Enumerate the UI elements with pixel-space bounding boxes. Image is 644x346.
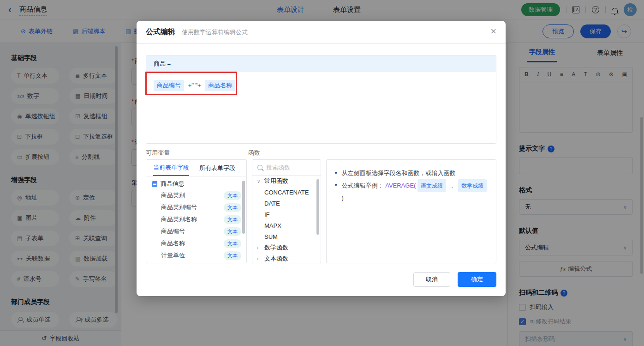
close-icon[interactable]: × xyxy=(490,26,496,36)
variable-row[interactable]: 商品类别名称文本 xyxy=(146,213,246,225)
formula-target: 商品 = xyxy=(146,55,496,72)
type-badge: 文本 xyxy=(224,251,241,260)
function-item[interactable]: CONCATENATE xyxy=(252,187,321,198)
functions-label: 函数 xyxy=(248,149,260,157)
variables-scrollbar[interactable] xyxy=(242,181,245,234)
chevron-down-icon: ∨ xyxy=(257,179,262,184)
example-field-chip: 语文成绩 xyxy=(417,179,446,192)
form-doc-icon xyxy=(152,181,157,187)
formula-editor: 商品 = 商品编号 +" "+ 商品名称 xyxy=(146,55,496,144)
function-item[interactable]: IF xyxy=(252,209,321,220)
type-badge: 文本 xyxy=(224,263,241,264)
function-search xyxy=(252,160,321,176)
function-search-input[interactable] xyxy=(266,164,312,171)
tab-all-form-fields[interactable]: 所有表单字段 xyxy=(199,160,235,176)
chevron-right-icon: › xyxy=(257,256,262,261)
variable-row[interactable]: 商品编号文本 xyxy=(146,225,246,237)
hints-panel: • 从左侧面板选择字段名和函数，或输入函数 • 公式编辑举例： AVERAGE(… xyxy=(326,159,496,263)
variable-row[interactable]: 商品类别文本 xyxy=(146,189,246,201)
functions-panel: ∨ 常用函数 CONCATENATE DATE IF MAPX SUM › 数学… xyxy=(252,159,321,263)
function-item[interactable]: MAPX xyxy=(252,220,321,231)
confirm-button[interactable]: 确定 xyxy=(458,272,496,287)
formula-field-chip[interactable]: 商品编号 xyxy=(154,80,184,91)
type-badge: 文本 xyxy=(224,191,241,200)
search-icon xyxy=(257,165,262,170)
page: ‹ 商品信息 表单设计 表单设置 数据管理 ? 检 ⊘ 表单外链 ▨ 后端脚本 xyxy=(0,0,644,346)
variables-panel: 当前表单字段 所有表单字段 商品信息 商品类别文本 商品类别编号文本 商品类别名… xyxy=(146,159,247,263)
variable-row[interactable]: 文本 xyxy=(146,261,246,263)
formula-edit-modal: 公式编辑 使用数学运算符编辑公式 × 商品 = 商品编号 +" "+ 商品名称 … xyxy=(137,21,506,296)
type-badge: 文本 xyxy=(224,203,241,212)
modal-subtitle: 使用数学运算符编辑公式 xyxy=(182,28,248,36)
formula-input-area[interactable]: 商品编号 +" "+ 商品名称 xyxy=(146,72,496,99)
modal-header: 公式编辑 使用数学运算符编辑公式 × xyxy=(137,21,506,44)
formula-field-chip[interactable]: 商品名称 xyxy=(205,80,235,91)
function-item[interactable]: DATE xyxy=(252,198,321,209)
tab-current-form-fields[interactable]: 当前表单字段 xyxy=(153,160,189,176)
hint-line-2: • 公式编辑举例： AVERAGE( 语文成绩 ， 数学成绩 ) xyxy=(335,179,488,204)
formula-operator[interactable]: +" "+ xyxy=(188,82,201,89)
variables-label: 可用变量 xyxy=(146,149,170,157)
cancel-button[interactable]: 取消 xyxy=(413,272,450,287)
function-item[interactable]: SUM xyxy=(252,231,321,242)
variables-root-node[interactable]: 商品信息 xyxy=(146,176,246,189)
variable-row[interactable]: 商品类别编号文本 xyxy=(146,201,246,213)
function-group-common[interactable]: ∨ 常用函数 xyxy=(252,176,321,187)
hint-line-1: • 从左侧面板选择字段名和函数，或输入函数 xyxy=(335,167,488,179)
type-badge: 文本 xyxy=(224,215,241,224)
example-field-chip: 数学成绩 xyxy=(458,179,487,192)
example-function-name: AVERAGE( xyxy=(385,182,416,189)
function-group-math[interactable]: › 数学函数 xyxy=(252,242,321,253)
type-badge: 文本 xyxy=(224,239,241,248)
function-group-text[interactable]: › 文本函数 xyxy=(252,253,321,263)
chevron-right-icon: › xyxy=(257,245,262,250)
variables-tabs: 当前表单字段 所有表单字段 xyxy=(146,160,246,176)
type-badge: 文本 xyxy=(224,227,241,236)
variable-row[interactable]: 商品名称文本 xyxy=(146,237,246,249)
variable-row[interactable]: 计量单位文本 xyxy=(146,249,246,261)
modal-title: 公式编辑 xyxy=(146,27,175,37)
functions-scrollbar[interactable] xyxy=(316,179,319,235)
modal-footer: 取消 确定 xyxy=(413,272,496,287)
